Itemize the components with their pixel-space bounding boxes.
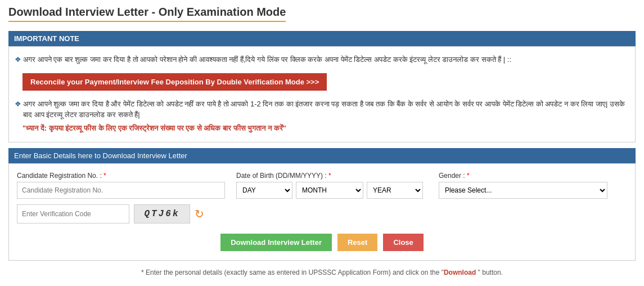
dob-day-select[interactable]: DAY 123456789101112131415161718192021222… <box>236 182 292 199</box>
gender-group: Gender : * Please Select... Male Female … <box>439 172 607 199</box>
dob-year-select[interactable]: YEAR 19501951195219531954195519561957195… <box>367 182 423 199</box>
form-section-bar: Enter Basic Details here to Download Int… <box>8 148 636 163</box>
reset-button[interactable]: Reset <box>337 234 377 251</box>
note-item-2: अगर आपने शुल्क जमा कर दिया है और पेमेंट … <box>15 99 629 120</box>
dob-required-marker: * <box>328 172 331 180</box>
candidate-reg-group: Candidate Registration No. : * <box>17 172 225 199</box>
form-row-1: Candidate Registration No. : * Date of B… <box>17 172 627 199</box>
reconcile-button[interactable]: Reconcile your Payment/Interview Fee Dep… <box>22 73 327 91</box>
button-row: Download Interview Letter Reset Close <box>17 234 627 251</box>
footer-note: * Enter the personal details (exactly sa… <box>8 269 636 276</box>
download-button[interactable]: Download Interview Letter <box>220 234 332 251</box>
form-area: Candidate Registration No. : * Date of B… <box>8 163 636 261</box>
gender-label: Gender : * <box>439 172 607 180</box>
footer-highlight: Download <box>444 269 478 276</box>
dob-group: Date of Birth (DD/MM/YYYY) : * DAY 12345… <box>236 172 427 199</box>
captcha-row: QTJ6k ↻ <box>17 204 627 224</box>
candidate-reg-input[interactable] <box>17 182 225 199</box>
dob-label: Date of Birth (DD/MM/YYYY) : * <box>236 172 427 180</box>
gender-select[interactable]: Please Select... Male Female Other <box>439 182 607 199</box>
gender-required-marker: * <box>467 172 470 180</box>
important-note-section: IMPORTANT NOTE अगर आपने एक बार शुल्क जमा… <box>8 31 636 142</box>
warning-text: "ध्यान दें: कृपया इंटरव्यू फीस के लिए एक… <box>22 124 629 133</box>
dob-month-select[interactable]: MONTH JanuaryFebruaryMarchAprilMayJuneJu… <box>296 182 363 199</box>
refresh-icon[interactable]: ↻ <box>195 207 204 221</box>
note-item-1: अगर आपने एक बार शुल्क जमा कर दिया है तो … <box>15 54 629 65</box>
close-button[interactable]: Close <box>383 234 423 251</box>
important-note-bar: IMPORTANT NOTE <box>8 31 636 46</box>
required-marker: * <box>103 172 106 180</box>
captcha-image: QTJ6k <box>134 204 190 224</box>
candidate-reg-label: Candidate Registration No. : * <box>17 172 225 180</box>
page-title: Download Interview Letter - Only Examina… <box>8 6 286 22</box>
captcha-input[interactable] <box>17 204 129 224</box>
dob-selects: DAY 123456789101112131415161718192021222… <box>236 182 427 199</box>
